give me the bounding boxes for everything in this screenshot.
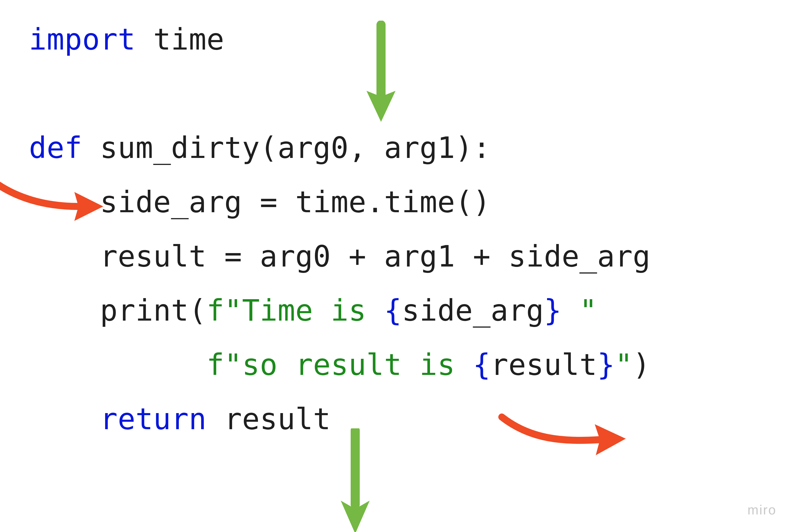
return-pad [29, 402, 100, 436]
print-close: ) [633, 348, 650, 382]
kw-import: import [29, 22, 135, 56]
fstr1-tail: " [562, 293, 597, 327]
fstr2-var: result [491, 348, 597, 382]
txt-time: time [135, 22, 224, 56]
fstr2-rbrace: } [597, 348, 615, 382]
fstr2-lbrace: { [473, 348, 491, 382]
kw-def: def [29, 131, 82, 165]
code-block: import time def sum_dirty(arg0, arg1): s… [29, 13, 650, 446]
fstr2-pad [29, 348, 207, 382]
svg-marker-5 [341, 501, 370, 532]
kw-return: return [100, 402, 207, 436]
fstr1-lbrace: { [384, 293, 402, 327]
fstr1-rbrace: } [544, 293, 562, 327]
fstr1-head: f"Time is [207, 293, 384, 327]
return-val: result [207, 402, 331, 436]
fstr2-head: f"so result is [207, 348, 473, 382]
line-side-arg: side_arg = time.time() [29, 185, 491, 219]
line-result: result = arg0 + arg1 + side_arg [29, 239, 650, 273]
print-open: print( [29, 293, 207, 327]
watermark: miro [748, 502, 776, 517]
fstr1-var: side_arg [402, 293, 544, 327]
fstr2-tail: " [615, 348, 633, 382]
def-sig: sum_dirty(arg0, arg1): [82, 131, 491, 165]
